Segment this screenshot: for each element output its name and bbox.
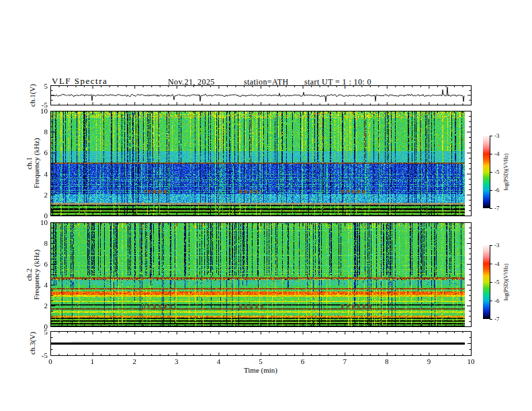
x-tick-label: 9 <box>420 357 437 365</box>
ch1_wave-y-tick-label: 5 <box>30 82 48 90</box>
ch1-waveform-canvas <box>51 86 471 105</box>
ch1_spec-y-tick-label: 8 <box>30 128 48 136</box>
x-axis-title: Time (min) <box>220 366 301 374</box>
colorbar-tick-label: -3 <box>494 132 506 139</box>
ch3_wave-y-tick-label: -5 <box>30 351 48 359</box>
colorbar-tick-label: -4 <box>494 150 506 157</box>
ch1-frequency-axis-label-line2: Frequency (kHz) <box>33 138 40 189</box>
ch1-frequency-axis-label: ch.1 Frequency (kHz) <box>26 138 40 189</box>
colorbar-tick-label: -6 <box>494 187 506 193</box>
x-tick-label: 10 <box>462 357 480 365</box>
ch2-spectrogram-canvas <box>51 223 471 326</box>
ch1_wave-y-tick-label: -5 <box>30 101 48 109</box>
colorbar-tick-label: -7 <box>494 316 506 322</box>
ch2_spec-y-tick-label: 4 <box>30 281 48 289</box>
panel-ch1-voltage <box>50 85 472 105</box>
x-tick-label: 7 <box>336 357 353 365</box>
x-tick-label: 2 <box>126 357 143 365</box>
panel-ch2-spectrogram <box>50 222 472 327</box>
ch2_spec-y-tick-label: 2 <box>30 302 48 310</box>
ch2_spec-y-tick-label: 6 <box>30 260 48 268</box>
x-tick-label: 3 <box>168 357 185 365</box>
colorbar-tick-label: -7 <box>494 205 506 212</box>
colorbar-tick-label: -3 <box>494 242 506 248</box>
colorbar-tick-label: -6 <box>494 298 506 304</box>
x-tick-label: 4 <box>210 357 227 365</box>
ch2_spec-y-tick-label: 10 <box>30 218 48 226</box>
colorbar-tick-label: -5 <box>494 169 506 175</box>
colorbar-tick-label: -4 <box>494 261 506 267</box>
panel-ch3-voltage <box>50 331 472 356</box>
x-tick-label: 8 <box>378 357 396 365</box>
colorbar-tick-label: -5 <box>494 279 506 285</box>
ch2-frequency-axis-label-line2: Frequency (kHz) <box>33 250 40 300</box>
x-tick-label: 1 <box>84 357 101 365</box>
ch3_wave-y-tick-label: 5 <box>30 328 48 336</box>
ch3-waveform-canvas <box>51 332 471 355</box>
ch1_spec-y-tick-label: 6 <box>30 148 48 156</box>
ch1-spectrogram-canvas <box>51 111 471 216</box>
x-tick-label: 5 <box>252 357 269 365</box>
colorbar-ch2 <box>483 245 490 319</box>
panel-ch1-spectrogram <box>50 111 472 216</box>
x-tick-label: 6 <box>294 357 312 365</box>
ch2_spec-y-tick-label: 8 <box>30 239 48 247</box>
vlf-spectra-figure: VLF Spectra Nov.21, 2025 station=ATH sta… <box>0 0 532 411</box>
ch1_spec-y-tick-label: 2 <box>30 191 48 199</box>
ch2-frequency-axis-label: ch.2 Frequency (kHz) <box>26 250 40 300</box>
ch1_spec-y-tick-label: 4 <box>30 170 48 178</box>
colorbar-ch1 <box>483 136 490 208</box>
